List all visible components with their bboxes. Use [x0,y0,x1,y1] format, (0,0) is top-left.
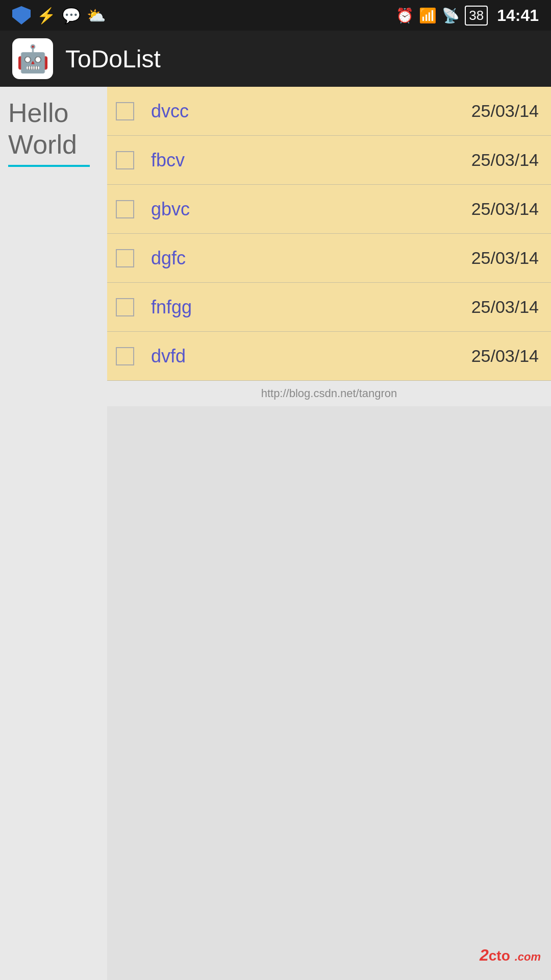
todo-item[interactable]: dgfc 25/03/14 [107,234,551,283]
todo-item-name: fnfgg [143,297,471,318]
main-content: Hello World dvcc 25/03/14 fbcv 25/03/14 … [0,87,551,980]
app-title: ToDoList [65,45,161,73]
todo-item-date: 25/03/14 [471,297,551,317]
todo-checkbox[interactable] [107,136,143,184]
status-bar: ⚡ 💬 ⛅ ⏰ 📶 📡 38 14:41 [0,0,551,31]
todo-checkbox[interactable] [107,87,143,135]
status-icons-left: ⚡ 💬 ⛅ [12,6,106,24]
alarm-icon: ⏰ [396,7,414,24]
todo-checkbox[interactable] [107,185,143,233]
checkbox-square[interactable] [116,151,134,169]
todo-item-name: dgfc [143,248,471,269]
left-panel: Hello World [0,87,107,980]
android-icon: 🤖 [16,43,49,75]
signal-icon: 📡 [442,7,460,24]
wechat-icon: 💬 [62,7,81,24]
hello-world-label: Hello World [8,97,99,161]
todo-item-date: 25/03/14 [471,248,551,268]
todo-list: dvcc 25/03/14 fbcv 25/03/14 gbvc 25/03/1… [107,87,551,381]
weather-icon: ⛅ [87,7,106,24]
app-bar: 🤖 ToDoList [0,31,551,87]
todo-item-date: 25/03/14 [471,150,551,170]
todo-item-date: 25/03/14 [471,101,551,121]
todo-checkbox[interactable] [107,283,143,331]
wifi-icon: 📶 [419,7,437,24]
todo-item[interactable]: dvfd 25/03/14 [107,332,551,381]
todo-item-date: 25/03/14 [471,346,551,366]
todo-item[interactable]: fnfgg 25/03/14 [107,283,551,332]
checkbox-square[interactable] [116,249,134,267]
hello-world-underline [8,165,90,167]
watermark-sub: .com [515,950,541,963]
todo-checkbox[interactable] [107,332,143,380]
checkbox-square[interactable] [116,102,134,120]
footer-link[interactable]: http://blog.csdn.net/tangron [107,381,551,406]
checkbox-square[interactable] [116,200,134,218]
watermark: 2cto .com [480,946,541,965]
todo-item[interactable]: dvcc 25/03/14 [107,87,551,136]
checkbox-square[interactable] [116,298,134,316]
todo-item-name: gbvc [143,199,471,220]
todo-item-date: 25/03/14 [471,199,551,219]
todo-item-name: dvfd [143,346,471,367]
todo-item[interactable]: fbcv 25/03/14 [107,136,551,185]
status-icons-right: ⏰ 📶 📡 38 14:41 [396,6,539,26]
shield-icon [12,6,31,24]
status-time: 14:41 [497,6,539,25]
todo-item[interactable]: gbvc 25/03/14 [107,185,551,234]
battery-indicator: 38 [465,6,488,26]
right-panel: dvcc 25/03/14 fbcv 25/03/14 gbvc 25/03/1… [107,87,551,980]
app-icon: 🤖 [12,38,53,79]
checkbox-square[interactable] [116,347,134,365]
watermark-text: 2cto [480,946,510,964]
usb-icon: ⚡ [37,7,56,24]
todo-item-name: fbcv [143,150,471,171]
todo-checkbox[interactable] [107,234,143,282]
todo-item-name: dvcc [143,101,471,122]
